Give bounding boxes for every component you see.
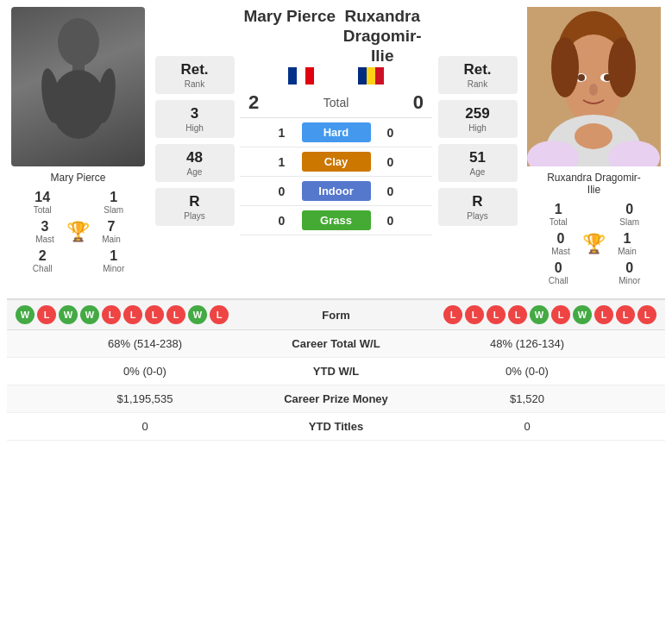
- left-player-col: Mary Pierce 14 Total 1 Slam 3 M: [7, 7, 149, 279]
- right-high-val: 259: [447, 105, 509, 122]
- left-main-val: 7: [90, 219, 133, 235]
- svg-point-17: [608, 37, 636, 97]
- svg-point-16: [551, 37, 579, 97]
- career-wl-row: 68% (514-238) Career Total W/L 48% (126-…: [7, 330, 665, 358]
- form-r-l8: L: [637, 305, 656, 324]
- right-total-val: 1: [537, 202, 580, 217]
- left-high-val: 3: [164, 105, 226, 122]
- surface-table: 1 Hard 0 1 Clay 0 0 Indoor 0: [240, 117, 432, 235]
- form-r-l3: L: [487, 305, 506, 324]
- right-total-cell: 1 Total: [537, 202, 580, 227]
- right-rank-lbl: Rank: [447, 79, 509, 89]
- left-minor-cell: 1 Minor: [92, 248, 135, 273]
- right-minor-lbl: Minor: [608, 276, 651, 285]
- left-flag: [288, 67, 314, 85]
- flag-fr-white: [297, 67, 305, 85]
- prize-center: Career Prize Money: [274, 392, 398, 405]
- form-label: Form: [274, 309, 398, 322]
- left-stats-col: Ret. Rank 3 High 48 Age R Plays: [149, 7, 240, 228]
- right-total-count: 0: [413, 91, 424, 114]
- form-badge-l2: L: [102, 305, 121, 324]
- left-age-val: 48: [164, 149, 226, 166]
- indoor-btn: Indoor: [302, 181, 371, 201]
- flag-ro-red: [375, 67, 384, 85]
- right-slam-val: 0: [608, 202, 651, 217]
- right-slam-lbl: Slam: [608, 217, 651, 227]
- clay-right-num: 0: [381, 155, 400, 169]
- right-stats-col: Ret. Rank 259 High 51 Age R Plays: [432, 7, 523, 228]
- left-trophy-icon: 🏆: [66, 221, 90, 243]
- surface-row-indoor: 0 Indoor 0: [240, 177, 432, 206]
- total-label: Total: [323, 96, 349, 110]
- totals-row: 2 Total 0: [240, 91, 432, 114]
- left-slam-cell: 1 Slam: [92, 190, 135, 215]
- left-plays-lbl: Plays: [164, 211, 226, 221]
- right-stats-row1: 1 Total 0 Slam: [523, 202, 665, 227]
- career-wl-left: 68% (514-238): [16, 337, 274, 350]
- surface-row-hard: 1 Hard 0: [240, 118, 432, 147]
- prize-money-row: $1,195,535 Career Prize Money $1,520: [7, 385, 665, 413]
- left-photo-stats: 14 Total 1 Slam 3 Mast 🏆 7: [7, 184, 149, 279]
- form-r-l5: L: [551, 305, 570, 324]
- right-slam-cell: 0 Slam: [608, 202, 651, 227]
- right-rank-box: Ret. Rank: [438, 56, 518, 94]
- grass-btn: Grass: [302, 210, 371, 230]
- left-stats-row1: 14 Total 1 Slam: [7, 190, 149, 215]
- right-plays-val: R: [447, 193, 509, 210]
- left-main-lbl: Main: [90, 235, 133, 244]
- left-slam-lbl: Slam: [92, 205, 135, 215]
- grass-left-num: 0: [273, 214, 292, 228]
- form-badge-l1: L: [37, 305, 56, 324]
- clay-left-num: 1: [273, 155, 292, 169]
- right-flag: [358, 67, 384, 85]
- career-wl-right: 48% (126-134): [398, 337, 656, 350]
- left-mast-lbl: Mast: [23, 235, 66, 244]
- right-minor-val: 0: [608, 260, 651, 276]
- right-trophy-icon: 🏆: [582, 233, 606, 255]
- left-plays-box: R Plays: [155, 188, 235, 226]
- right-photo-stats: 1 Total 0 Slam 0 Mast 🏆 1: [523, 196, 665, 291]
- left-total-count: 2: [248, 91, 259, 114]
- right-trophy-row: 0 Mast 🏆 1 Main: [523, 229, 665, 258]
- right-chall-val: 0: [537, 260, 580, 276]
- left-mast-val: 3: [23, 219, 66, 235]
- right-age-lbl: Age: [447, 167, 509, 177]
- form-r-l2: L: [465, 305, 484, 324]
- right-player-name: Ruxandra Dragomir- Ilie: [336, 7, 430, 66]
- flags-row: [240, 67, 432, 85]
- form-badge-l5: L: [166, 305, 185, 324]
- right-total-lbl: Total: [537, 217, 580, 227]
- indoor-right-num: 0: [381, 185, 400, 198]
- left-total-lbl: Total: [21, 205, 64, 215]
- left-stats-row3: 2 Chall 1 Minor: [7, 248, 149, 273]
- right-mast-cell: 0 Mast: [539, 231, 582, 256]
- flag-fr-red: [305, 67, 314, 85]
- right-chall-lbl: Chall: [537, 276, 580, 285]
- right-plays-box: R Plays: [438, 188, 518, 226]
- left-total-val: 14: [21, 190, 64, 205]
- left-player-name: Mary Pierce: [243, 7, 336, 66]
- svg-point-19: [575, 123, 612, 149]
- left-total-cell: 14 Total: [21, 190, 64, 215]
- right-age-val: 51: [447, 149, 509, 166]
- right-mast-lbl: Mast: [539, 247, 582, 256]
- form-badge-w3: W: [80, 305, 99, 324]
- right-chall-cell: 0 Chall: [537, 260, 580, 285]
- page-wrapper: Mary Pierce 14 Total 1 Slam 3 M: [0, 0, 672, 448]
- left-age-box: 48 Age: [155, 144, 235, 182]
- flag-ro-blue: [358, 67, 367, 85]
- left-high-box: 3 High: [155, 100, 235, 138]
- left-player-name-label: Mary Pierce: [50, 172, 105, 184]
- right-player-photo: [527, 7, 661, 166]
- right-rank-val: Ret.: [447, 61, 509, 78]
- hard-btn: Hard: [302, 122, 371, 142]
- right-name-line1: Ruxandra Dragomir-: [343, 7, 422, 45]
- ytd-titles-row: 0 YTD Titles 0: [7, 413, 665, 441]
- left-rank-lbl: Rank: [164, 79, 226, 89]
- left-mast-cell: 3 Mast: [23, 219, 66, 244]
- right-minor-cell: 0 Minor: [608, 260, 651, 285]
- svg-point-11: [578, 74, 585, 81]
- right-high-box: 259 High: [438, 100, 518, 138]
- form-right: L L L L W L W L L L: [398, 305, 656, 324]
- form-r-l7: L: [616, 305, 635, 324]
